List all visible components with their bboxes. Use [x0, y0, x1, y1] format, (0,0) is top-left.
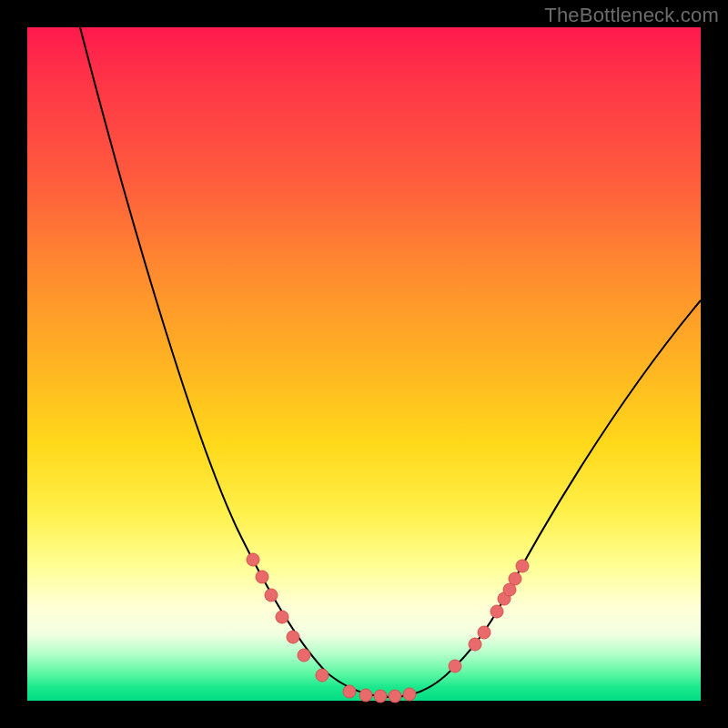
curve-marker: [516, 560, 529, 572]
curve-marker: [247, 553, 259, 566]
curve-marker: [389, 690, 401, 703]
curve-marker: [298, 649, 310, 662]
curve-marker: [490, 605, 503, 618]
chart-frame: TheBottleneck.com: [0, 0, 728, 728]
curve-marker: [449, 660, 461, 672]
watermark-text: TheBottleneck.com: [544, 4, 719, 27]
curve-marker: [287, 631, 299, 643]
curve-marker: [343, 685, 356, 698]
curve-marker: [276, 611, 288, 623]
curve-marker: [403, 688, 416, 701]
curve-marker: [265, 589, 278, 602]
curve-markers: [247, 553, 529, 703]
bottleneck-curve: [80, 27, 701, 697]
curve-marker: [359, 689, 372, 702]
chart-plot-area: [27, 27, 701, 701]
curve-marker: [316, 669, 329, 682]
chart-svg: [27, 27, 701, 701]
curve-marker: [256, 571, 268, 583]
curve-marker: [478, 626, 490, 639]
curve-marker: [509, 572, 521, 585]
curve-marker: [469, 638, 481, 651]
curve-marker: [374, 690, 387, 703]
